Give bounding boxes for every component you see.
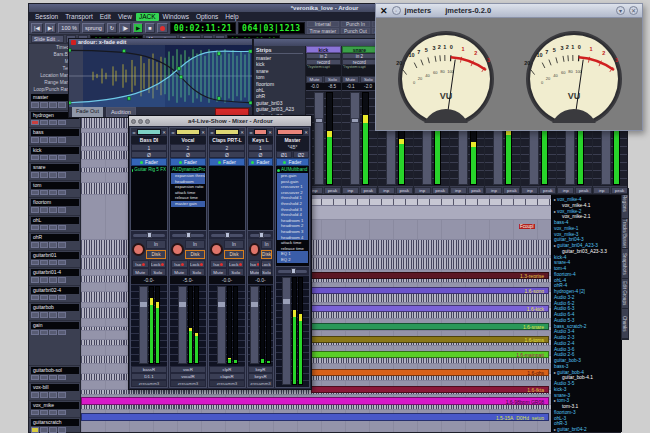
output-routing-button[interactable]: clapsR (209, 373, 245, 380)
fader[interactable] (139, 286, 148, 364)
track-name[interactable]: snare (31, 164, 79, 171)
expand-arrow-icon[interactable]: ▸ (554, 398, 556, 403)
track-solo-button[interactable] (49, 375, 57, 381)
strip-color-button[interactable] (215, 129, 239, 135)
expand-arrow-icon[interactable]: ▸ (554, 209, 556, 214)
track-mute-button[interactable] (40, 172, 48, 178)
strip-color-button[interactable] (137, 129, 161, 135)
phase-button[interactable]: Ø (248, 151, 273, 158)
audio-region[interactable]: 1.6-98bpm GR08 (81, 397, 549, 405)
phase-button[interactable]: Ø (131, 151, 167, 158)
phase-2-button[interactable]: Ø2 (293, 151, 309, 158)
fader-mode-button[interactable]: Fader (276, 158, 309, 166)
track-header[interactable]: guitarscratch (29, 418, 80, 433)
audio-region[interactable]: 1.6-toms (311, 336, 549, 343)
pan-handle[interactable] (225, 232, 230, 238)
audio-region[interactable]: 1.6-snare (311, 323, 549, 330)
strip-comment[interactable]: */system:capt (342, 65, 377, 76)
track-name[interactable]: floortom (31, 199, 79, 206)
track-header[interactable]: snare (29, 163, 80, 181)
track-record-button[interactable] (31, 242, 39, 248)
menu-item[interactable]: Transport (62, 13, 96, 21)
peak-reset-button[interactable]: peak (324, 187, 341, 194)
mute-button[interactable]: Mute (132, 268, 149, 276)
gain-display[interactable]: -0.0- (248, 276, 273, 284)
pan-handle[interactable] (147, 232, 152, 238)
audio-region[interactable]: 1.6-fkta (311, 386, 549, 393)
peak-reset-button[interactable]: peak (396, 187, 413, 194)
track-mute-button[interactable] (40, 410, 48, 416)
peak-reset-button[interactable]: peak (432, 187, 449, 194)
record-arm-button[interactable] (210, 243, 223, 256)
track-header[interactable]: gain (29, 321, 80, 366)
comment-button[interactable]: zresamm3 (248, 380, 273, 387)
strip-name-button[interactable]: kick (306, 46, 341, 53)
pan-handle[interactable] (186, 232, 191, 238)
track-record-button[interactable] (31, 225, 39, 231)
track-header[interactable]: ohL (29, 216, 80, 234)
track-solo-button[interactable] (49, 427, 57, 433)
strip-close-icon[interactable]: ✕ (162, 130, 166, 135)
track-edit-button[interactable] (58, 295, 66, 301)
processor-box[interactable]: AUMultiband pre-gainpost-gaincrossover 1… (276, 166, 309, 266)
track-mute-button[interactable] (40, 102, 48, 108)
disk-monitor-button[interactable]: Disk (261, 250, 272, 259)
track-name[interactable]: vox-bill (31, 384, 79, 391)
track-mute-button[interactable] (40, 375, 48, 381)
gain-display[interactable]: -0.0- (209, 276, 245, 284)
mute-button[interactable]: Mute (249, 268, 260, 276)
pan-slider[interactable] (209, 230, 245, 239)
pan-slider[interactable] (248, 230, 273, 239)
track-solo-button[interactable] (49, 260, 57, 266)
track-edit-button[interactable] (58, 190, 66, 196)
mute-button[interactable]: Mute (171, 268, 188, 276)
track-header[interactable]: kick (29, 146, 80, 164)
lock-button[interactable]: Lock (150, 260, 167, 268)
track-solo-button[interactable] (49, 172, 57, 178)
record-button[interactable] (157, 23, 168, 33)
peak-reset-button[interactable]: peak (360, 187, 377, 194)
fader-handle[interactable] (140, 302, 147, 307)
gain-display[interactable]: -0.0- (131, 276, 167, 284)
strip-name[interactable]: Claps PRT-L (209, 136, 245, 144)
track-mute-button[interactable] (40, 207, 48, 213)
strip-comment[interactable]: */system:capt (306, 65, 341, 76)
strip-name-button[interactable]: snare (342, 46, 377, 53)
track-solo-button[interactable] (49, 392, 57, 398)
track-edit-button[interactable] (58, 427, 66, 433)
track-header[interactable]: vox_mike (29, 401, 80, 419)
track-record-button[interactable] (31, 120, 39, 126)
disk-monitor-button[interactable]: Disk (185, 250, 205, 259)
plugin-param[interactable]: master gain (171, 201, 205, 207)
fader-mode-button[interactable]: Fader (131, 158, 167, 166)
peak-reset-button[interactable]: peak (468, 187, 485, 194)
maximize-icon[interactable] (145, 119, 150, 124)
output-button[interactable]: keyR (248, 366, 273, 373)
track-record-button[interactable] (31, 207, 39, 213)
track-mute-button[interactable] (40, 190, 48, 196)
pan-slider[interactable] (131, 230, 167, 239)
fader-handle[interactable] (218, 302, 225, 307)
track-edit-button[interactable] (58, 207, 66, 213)
track-header[interactable]: guitarbob (29, 303, 80, 321)
sidebar-tab[interactable]: Chunks (622, 309, 628, 339)
track-mute-button[interactable] (40, 427, 48, 433)
track-record-button[interactable] (31, 190, 39, 196)
track-solo-button[interactable] (49, 242, 57, 248)
track-mute-button[interactable] (40, 225, 48, 231)
fader[interactable] (217, 286, 226, 364)
track-mute-button[interactable] (40, 312, 48, 318)
xfade-waveform-area[interactable] (69, 45, 252, 107)
peak-reset-button[interactable]: peak (611, 187, 627, 194)
comment-button[interactable]: zresamm3 (209, 380, 245, 387)
track-solo-button[interactable] (49, 102, 57, 108)
track-edit-button[interactable] (58, 242, 66, 248)
stop-button[interactable]: ■ (145, 23, 154, 33)
fader-mode-button[interactable]: Fader (170, 158, 206, 166)
track-name[interactable]: ohR (31, 234, 79, 241)
track-mute-button[interactable] (40, 295, 48, 301)
track-solo-button[interactable] (49, 410, 57, 416)
track-solo-button[interactable] (49, 295, 57, 301)
track-mute-button[interactable] (40, 330, 48, 336)
track-name[interactable]: bass (31, 129, 79, 136)
